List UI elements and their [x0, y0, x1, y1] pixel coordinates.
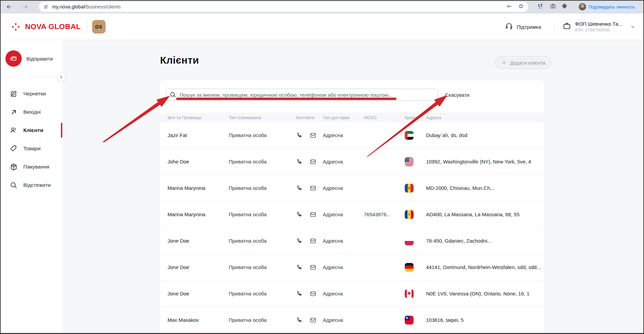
sidebar-item-outbox[interactable]: Вихідні [0, 103, 62, 121]
client-name: Jazir Fat [160, 132, 229, 138]
mail-icon[interactable] [310, 132, 316, 139]
column-header-contacts: Контакти [296, 115, 323, 120]
country-flag-icon [405, 184, 414, 193]
mail-icon[interactable] [310, 158, 316, 165]
table-row[interactable]: Jone Doe Приватна особа Адресна 44141, D… [160, 254, 544, 281]
svg-text:LT: LT [538, 3, 543, 7]
add-client-button[interactable]: Додати клієнта [495, 56, 552, 69]
table-row[interactable]: Marina Marynina Приватна особа Адресна 7… [160, 201, 544, 228]
brand-divider [87, 19, 87, 34]
recipient-type: Приватна особа [229, 238, 296, 244]
sidebar-item-track[interactable]: Відстежити [0, 176, 62, 194]
country-flag-icon [405, 131, 414, 140]
sidebar-item-clients[interactable]: Клієнти [0, 121, 62, 139]
country-flag-icon [405, 289, 414, 298]
cancel-search-link[interactable]: Скасувати [445, 92, 469, 98]
phone-icon[interactable] [296, 185, 303, 192]
sidebar-item-send[interactable]: Відправити [0, 50, 62, 67]
account-tax-id: ІПН: 2788700000 [575, 27, 622, 32]
site-settings-icon[interactable] [43, 4, 49, 10]
country-flag-icon [405, 237, 414, 245]
recipient-type: Приватна особа [229, 291, 296, 296]
contacts-cell [296, 264, 323, 271]
url-text: my.nova.global/business/clients [52, 4, 121, 9]
brand-wordmark: NOVA GLOBAL [25, 22, 81, 31]
sidebar-item-packaging[interactable]: Пакування [0, 158, 62, 176]
brand-logo[interactable]: NOVA GLOBAL GS [11, 14, 106, 40]
sidebar-item-drafts[interactable]: Чернетки [0, 85, 62, 103]
browser-back-button[interactable] [4, 2, 14, 12]
send-parcel-icon [5, 50, 22, 67]
phone-icon[interactable] [296, 264, 303, 271]
column-header-delivery-type: Тип доставки [323, 115, 364, 120]
verify-identity-label: Подтвердить личность [589, 4, 635, 9]
mail-icon[interactable] [310, 211, 316, 218]
recipient-type: Приватна особа [229, 211, 296, 217]
bookmark-star-icon[interactable] [518, 3, 524, 11]
clients-card: Скасувати Ім'я та Прізвище Тип отримувач… [160, 80, 544, 334]
search-input[interactable] [166, 89, 438, 101]
mail-icon[interactable] [310, 185, 316, 192]
table-row[interactable]: Jone Doe Приватна особа Адресна 78-450, … [160, 228, 544, 254]
sidebar-collapse-button[interactable] [57, 72, 66, 82]
delivery-type: Адресна [323, 132, 364, 138]
package-icon [9, 163, 18, 171]
address-bar[interactable]: my.nova.global/business/clients [39, 2, 528, 12]
column-header-name: Ім'я та Прізвище [160, 115, 229, 120]
delivery-type: Адресна [323, 211, 364, 217]
phone-icon[interactable] [296, 317, 303, 324]
camera-extension-icon[interactable] [550, 3, 556, 11]
contacts-cell [296, 132, 323, 139]
toolbar-divider [573, 4, 573, 10]
password-key-icon[interactable] [506, 3, 512, 11]
column-header-country: Країна [405, 115, 426, 120]
table-header: Ім'я та Прізвище Тип отримувача Контакти… [160, 113, 544, 122]
account-switcher[interactable]: ФОП Шевченко Та... ІПН: 2788700000 [562, 14, 636, 40]
browser-forward-button[interactable] [20, 2, 30, 12]
column-header-recipient-type: Тип отримувача [229, 115, 296, 120]
browser-toolbar: my.nova.global/business/clients LT [0, 0, 644, 14]
client-name: Jone Doe [160, 291, 229, 296]
country-flag-icon [405, 210, 414, 219]
client-address: AD400, La Massana, La Massana, tttt, 55 [426, 211, 544, 217]
workspace-badge[interactable]: GS [92, 20, 106, 34]
delivery-type: Адресна [323, 185, 364, 191]
client-address: 10992, Washingtonville (NY), New York, 5… [426, 159, 544, 164]
account-name: ФОП Шевченко Та... [575, 21, 622, 27]
client-address: MD-2000, Chisinau, Mun.Ch... [426, 185, 544, 191]
delivery-type: Адресна [323, 317, 364, 323]
contacts-cell [296, 238, 323, 244]
delivery-type: Адресна [323, 238, 364, 244]
contacts-cell [296, 158, 323, 165]
mail-icon[interactable] [310, 290, 316, 297]
phone-icon[interactable] [296, 132, 303, 139]
mail-icon[interactable] [310, 264, 316, 271]
table-row[interactable]: Johe Doe Приватна особа Адресна 10992, W… [160, 149, 544, 175]
users-icon [9, 126, 18, 135]
table-row[interactable]: Marina Marynina Приватна особа Адресна M… [160, 175, 544, 201]
mail-icon[interactable] [310, 317, 316, 324]
nova-global-mark-icon [11, 22, 20, 31]
contacts-cell [296, 185, 323, 192]
recipient-type: Приватна особа [229, 317, 296, 323]
client-name: Marina Marynina [160, 185, 229, 191]
sidebar-divider [0, 76, 62, 77]
client-name: Jone Doe [160, 238, 229, 244]
table-row[interactable]: Jazir Fat Приватна особа Адресна Dubay`a… [160, 122, 544, 149]
languagetool-extension-icon[interactable]: LT [537, 2, 545, 12]
sidebar-nav: Чернетки Вихідні Клієнти Товари [0, 85, 62, 194]
country-flag-icon [405, 157, 414, 166]
table-row[interactable]: Max Maxakov Приватна особа Адресна 10361… [160, 307, 544, 333]
phone-icon[interactable] [296, 290, 303, 297]
table-row[interactable]: Jone Doe Приватна особа Адресна N0E 1V0,… [160, 281, 544, 307]
table-body: Jazir Fat Приватна особа Адресна Dubay`a… [160, 122, 544, 333]
extensions-puzzle-icon[interactable] [561, 3, 568, 11]
phone-icon[interactable] [296, 158, 303, 165]
mail-icon[interactable] [310, 238, 316, 244]
phone-icon[interactable] [296, 238, 303, 244]
phone-icon[interactable] [296, 211, 303, 218]
sidebar-item-goods[interactable]: Товари [0, 139, 62, 158]
delivery-type: Адресна [323, 291, 364, 296]
support-button[interactable]: Підтримка [505, 14, 541, 40]
verify-identity-chip[interactable]: Подтвердить личность [578, 2, 639, 12]
